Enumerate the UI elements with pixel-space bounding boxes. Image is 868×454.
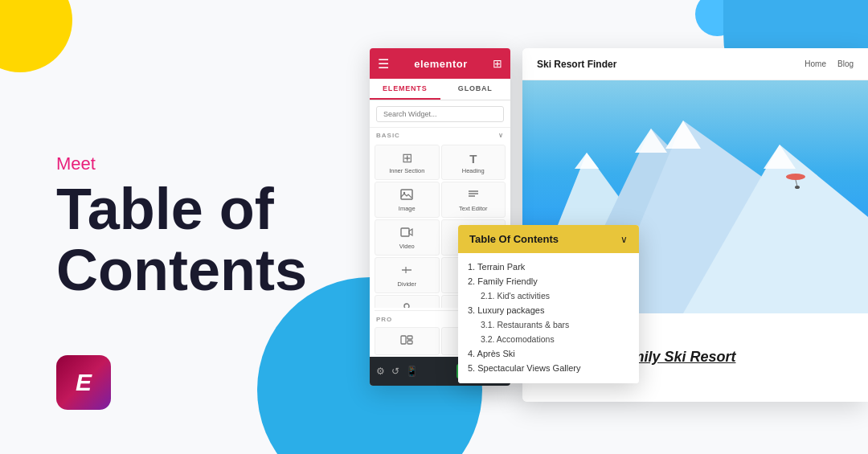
toc-widget-body: 1. Terrain Park 2. Family Friendly 2.1. … — [458, 253, 639, 383]
toc-item-2-1[interactable]: 2.1. Kid's activities — [468, 288, 629, 303]
search-input[interactable] — [376, 106, 504, 122]
editor-logo: elementor — [414, 58, 468, 70]
elementor-logo: E — [56, 355, 111, 410]
toc-widget: Table Of Contents ∨ 1. Terrain Park 2. F… — [458, 225, 639, 383]
toc-item-4[interactable]: 4. Après Ski — [468, 346, 629, 361]
toc-widget-title: Table Of Contents — [469, 233, 559, 245]
divider-icon — [400, 264, 413, 278]
main-title: Table of Contents — [56, 179, 370, 301]
meet-label: Meet — [56, 153, 370, 174]
widget-divider[interactable]: Divider — [375, 257, 440, 293]
site-logo: Ski Resort Finder — [537, 59, 616, 70]
widget-text-editor[interactable]: Text Editor — [441, 182, 506, 218]
svg-point-1 — [403, 192, 405, 194]
tab-global[interactable]: GLOBAL — [440, 79, 511, 100]
widget-text-editor-label: Text Editor — [459, 205, 487, 212]
svg-point-30 — [795, 186, 800, 189]
image-icon — [400, 189, 413, 202]
widget-google-maps[interactable]: Google Maps — [375, 295, 440, 308]
editor-search — [370, 100, 510, 128]
toc-item-3[interactable]: 3. Luxury packages — [468, 303, 629, 317]
nav-link-home[interactable]: Home — [805, 59, 826, 68]
widget-divider-label: Divider — [398, 280, 416, 288]
inner-section-icon: ⊞ — [402, 152, 412, 165]
widget-image[interactable]: Image — [375, 182, 440, 218]
svg-rect-5 — [401, 228, 409, 236]
editor-tabs: ELEMENTS GLOBAL — [370, 79, 510, 100]
editor-grid-icon[interactable]: ⊞ — [493, 57, 502, 70]
widget-heading[interactable]: T Heading — [441, 145, 506, 180]
google-maps-icon — [400, 302, 413, 308]
svg-rect-13 — [401, 336, 406, 344]
history-icon[interactable]: ↺ — [391, 366, 399, 377]
video-icon — [400, 227, 413, 240]
widget-inner-section-label: Inner Section — [389, 167, 424, 174]
site-nav-links: Home Blog — [805, 59, 854, 68]
svg-point-12 — [404, 304, 409, 308]
elementor-logo-letter: E — [76, 369, 92, 396]
tab-elements[interactable]: ELEMENTS — [370, 79, 440, 100]
svg-rect-15 — [407, 341, 412, 344]
toc-item-5[interactable]: 5. Spectacular Views Gallery — [468, 361, 629, 375]
widget-video-label: Video — [399, 243, 415, 250]
site-nav: Ski Resort Finder Home Blog — [522, 48, 868, 80]
title-line1: Table of — [56, 177, 274, 241]
footer-icons: ⚙ ↺ 📱 — [376, 366, 418, 377]
svg-point-28 — [786, 174, 805, 180]
widget-heading-label: Heading — [462, 167, 485, 174]
nav-link-blog[interactable]: Blog — [837, 59, 854, 68]
text-editor-icon — [467, 189, 480, 202]
editor-header: ☰ elementor ⊞ — [370, 48, 510, 79]
widget-image-label: Image — [399, 205, 416, 212]
pro-widget-1-icon — [400, 334, 413, 347]
toc-item-1[interactable]: 1. Terrain Park — [468, 260, 629, 274]
toc-item-3-2[interactable]: 3.2. Accomodations — [468, 332, 629, 346]
left-panel: Meet Table of Contents — [0, 0, 370, 454]
widget-video[interactable]: Video — [375, 219, 440, 256]
svg-rect-14 — [407, 336, 412, 339]
responsive-icon[interactable]: 📱 — [406, 366, 418, 377]
toc-item-3-1[interactable]: 3.1. Restaurants & bars — [468, 317, 629, 332]
toc-collapse-arrow[interactable]: ∨ — [620, 234, 628, 245]
pro-widget-1[interactable] — [375, 327, 440, 355]
toc-item-2[interactable]: 2. Family Friendly — [468, 274, 629, 288]
svg-rect-0 — [401, 190, 412, 199]
section-basic-label: BASIC ∨ — [370, 128, 510, 141]
title-line2: Contents — [56, 238, 307, 302]
editor-menu-icon[interactable]: ☰ — [378, 56, 389, 72]
toc-widget-header[interactable]: Table Of Contents ∨ — [458, 225, 639, 253]
settings-icon[interactable]: ⚙ — [376, 366, 385, 377]
heading-icon: T — [469, 153, 477, 165]
widget-inner-section[interactable]: ⊞ Inner Section — [375, 145, 440, 180]
